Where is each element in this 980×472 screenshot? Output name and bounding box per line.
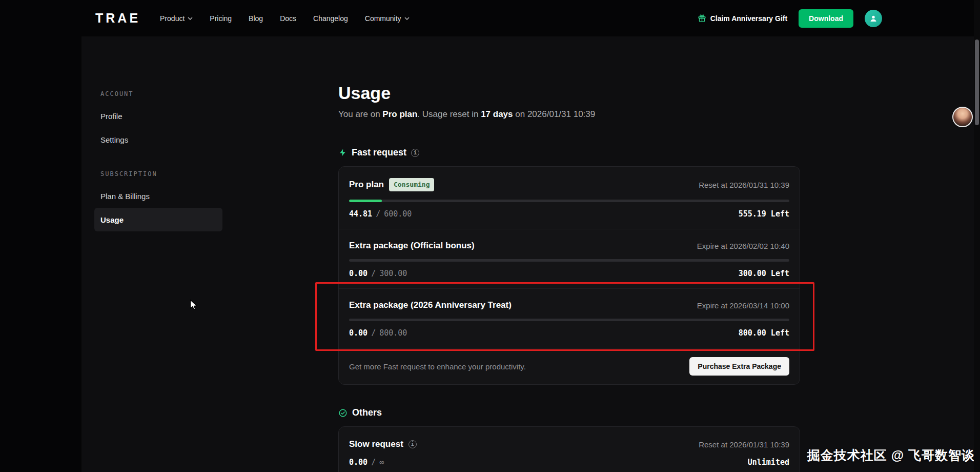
usage-fraction: 44.81/600.00: [349, 209, 412, 219]
others-card: Slow request i Reset at 2026/01/31 10:39…: [338, 426, 800, 472]
package-reset-text: Reset at 2026/01/31 10:39: [699, 181, 789, 189]
fast-request-card: Pro plan Consuming Reset at 2026/01/31 1…: [338, 166, 800, 385]
nav-item-community[interactable]: Community: [365, 14, 410, 23]
nav-item-blog[interactable]: Blog: [249, 14, 263, 23]
others-section-header: Others: [338, 407, 800, 418]
plan-summary-text: You are on Pro plan. Usage reset in 17 d…: [338, 109, 800, 120]
sidebar-item-settings[interactable]: Settings: [94, 128, 222, 151]
fast-request-section-header: Fast request i: [338, 147, 800, 158]
scrollbar-thumb[interactable]: [975, 40, 979, 125]
slow-request-row: Slow request i Reset at 2026/01/31 10:39…: [339, 427, 800, 472]
subtitle-pre: You are on: [338, 109, 382, 119]
package-anniversary-treat: Extra package (2026 Anniversary Treat) E…: [339, 288, 800, 348]
sidebar-item-plan-billings[interactable]: Plan & Billings: [94, 184, 222, 208]
fast-request-card-footer: Get more Fast request to enhance your pr…: [339, 348, 800, 384]
usage-fraction: 0.00/800.00: [349, 328, 407, 338]
nav-item-docs[interactable]: Docs: [280, 14, 296, 23]
sidebar-spacer: [94, 151, 222, 164]
nav-item-label: Pricing: [210, 14, 232, 23]
consuming-badge: Consuming: [389, 178, 434, 191]
nav-item-label: Changelog: [313, 14, 348, 23]
sidebar-section-subscription: SUBSCRIPTION: [94, 164, 222, 184]
progress-fill: [349, 200, 382, 202]
lightning-bolt-icon: [338, 148, 347, 157]
sidebar-section-account: ACCOUNT: [94, 84, 222, 104]
nav-item-changelog[interactable]: Changelog: [313, 14, 348, 23]
nav-links: Product Pricing Blog Docs Changelog Comm…: [160, 14, 410, 23]
check-circle-icon: [338, 408, 348, 418]
package-expire-text: Expire at 2026/02/02 10:40: [697, 242, 789, 250]
account-sidebar: ACCOUNT Profile Settings SUBSCRIPTION Pl…: [94, 84, 222, 231]
nav-item-label: Community: [365, 14, 401, 23]
progress-bar: [349, 259, 789, 262]
navbar-right-cluster: Claim Anniversary Gift Download: [698, 9, 882, 28]
download-button[interactable]: Download: [799, 9, 853, 28]
remaining-amount: 300.00 Left: [739, 269, 789, 278]
info-icon[interactable]: i: [411, 149, 419, 157]
unlimited-label: Unlimited: [748, 458, 789, 467]
page-title: Usage: [338, 83, 800, 103]
chevron-down-icon: [188, 17, 193, 20]
progress-bar: [349, 319, 789, 321]
remaining-amount: 800.00 Left: [739, 328, 789, 338]
sidebar-item-usage[interactable]: Usage: [94, 208, 222, 231]
person-icon: [869, 14, 878, 23]
nav-item-label: Docs: [280, 14, 296, 23]
claim-anniversary-gift-link[interactable]: Claim Anniversary Gift: [698, 14, 787, 23]
usage-main-content: Usage You are on Pro plan. Usage reset i…: [338, 83, 800, 472]
package-name: Pro plan: [349, 180, 384, 190]
purchase-extra-package-button[interactable]: Purchase Extra Package: [689, 357, 789, 376]
sidebar-item-profile[interactable]: Profile: [94, 104, 222, 128]
package-name: Extra package (2026 Anniversary Treat): [349, 300, 512, 310]
reset-days: 17 days: [481, 109, 513, 119]
plan-name: Pro plan: [382, 109, 417, 119]
usage-fraction: 0.00/300.00: [349, 269, 407, 278]
nav-item-pricing[interactable]: Pricing: [210, 14, 232, 23]
chevron-down-icon: [404, 17, 410, 20]
subtitle-post: on 2026/01/31 10:39: [513, 109, 596, 119]
slow-request-reset-text: Reset at 2026/01/31 10:39: [699, 440, 789, 449]
nav-item-label: Blog: [249, 14, 263, 23]
trae-logo[interactable]: TRAE: [95, 11, 140, 26]
nav-item-product[interactable]: Product: [160, 14, 193, 23]
remaining-amount: 555.19 Left: [739, 209, 789, 219]
claim-gift-label: Claim Anniversary Gift: [710, 14, 787, 23]
user-avatar[interactable]: [865, 10, 882, 27]
top-navbar: TRAE Product Pricing Blog Docs Changelog…: [0, 0, 980, 36]
slow-request-name: Slow request: [349, 439, 403, 449]
subtitle-mid: . Usage reset in: [417, 109, 481, 119]
gift-icon: [698, 14, 706, 23]
others-title: Others: [352, 407, 382, 418]
package-pro-plan: Pro plan Consuming Reset at 2026/01/31 1…: [339, 167, 800, 229]
usage-fraction: 0.00/∞: [349, 458, 384, 467]
progress-bar: [349, 200, 789, 202]
watermark-text: 掘金技术社区 @ 飞哥数智谈: [807, 447, 975, 464]
package-expire-text: Expire at 2026/03/14 10:00: [697, 301, 789, 310]
nav-item-label: Product: [160, 14, 185, 23]
purchase-hint-text: Get more Fast request to enhance your pr…: [349, 362, 526, 371]
floating-avatar[interactable]: [952, 107, 973, 127]
scrollbar[interactable]: [974, 0, 980, 472]
info-icon[interactable]: i: [409, 440, 417, 448]
package-official-bonus: Extra package (Official bonus) Expire at…: [339, 229, 800, 288]
package-name: Extra package (Official bonus): [349, 241, 475, 251]
fast-request-title: Fast request: [352, 147, 406, 158]
